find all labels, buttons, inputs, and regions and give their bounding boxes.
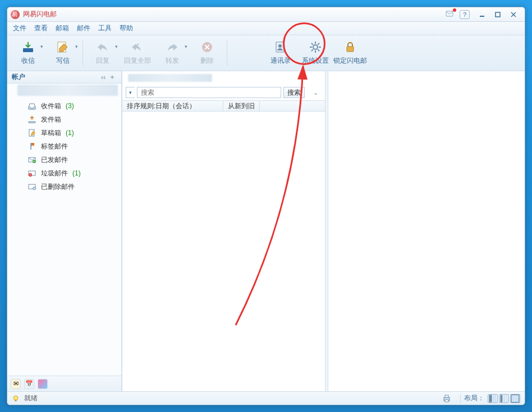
- help-button[interactable]: ?: [460, 10, 470, 19]
- svg-point-33: [13, 396, 18, 400]
- sidebar-mail-icon[interactable]: ✉: [11, 379, 21, 389]
- lock-button[interactable]: 锁定闪电邮: [333, 37, 368, 70]
- sort-row[interactable]: 排序规则:日期（会话） 从新到旧: [122, 100, 325, 112]
- main-wrap: ▾ 搜索 ⌄ 排序规则:日期（会话） 从新到旧: [122, 71, 525, 391]
- svg-line-17: [311, 43, 313, 45]
- sort-order[interactable]: 从新到旧: [223, 101, 260, 111]
- folder-trash[interactable]: 已删除邮件: [7, 180, 121, 193]
- svg-rect-38: [489, 395, 492, 402]
- compose-icon: [56, 40, 70, 54]
- mail-list-panel: ▾ 搜索 ⌄ 排序规则:日期（会话） 从新到旧: [122, 71, 325, 391]
- app-icon: [11, 10, 20, 19]
- svg-rect-2: [496, 12, 500, 17]
- search-button[interactable]: 搜索: [283, 87, 305, 98]
- inbox-icon: [27, 101, 36, 110]
- reply-button[interactable]: 回复▾: [85, 37, 120, 70]
- receive-icon: [21, 40, 35, 54]
- settings-button[interactable]: 系统设置: [298, 37, 333, 70]
- search-expand[interactable]: ⌄: [310, 87, 320, 98]
- close-button[interactable]: [506, 10, 521, 20]
- svg-rect-37: [445, 400, 448, 402]
- app-title: 网易闪电邮: [23, 10, 57, 19]
- menu-mail[interactable]: 邮件: [77, 24, 90, 33]
- sidebar-bottom: ✉ 📅: [7, 376, 121, 391]
- menu-mailbox[interactable]: 邮箱: [56, 24, 69, 33]
- menu-view[interactable]: 查看: [34, 24, 48, 33]
- svg-point-12: [313, 45, 318, 49]
- bulb-icon: [12, 395, 20, 402]
- svg-rect-40: [500, 395, 502, 402]
- body: 帐户 ‹‹ + 收件箱 (3) 发件箱 草稿箱 (1: [7, 71, 525, 391]
- folder-spam[interactable]: 垃圾邮件 (1): [7, 166, 121, 180]
- layout-label: 布局：: [464, 394, 484, 403]
- layout-btn-1[interactable]: [488, 394, 498, 403]
- contacts-icon: [274, 40, 287, 54]
- tag-icon: [27, 142, 36, 151]
- lock-icon: [343, 40, 357, 54]
- draft-icon: [27, 128, 36, 137]
- minimize-button[interactable]: [474, 10, 490, 20]
- svg-rect-21: [347, 47, 354, 52]
- contacts-button[interactable]: 通讯录: [263, 37, 298, 70]
- menu-bar: 文件 查看 邮箱 邮件 工具 帮助: [7, 22, 525, 35]
- folder-inbox[interactable]: 收件箱 (3): [7, 99, 121, 113]
- sidebar-prev[interactable]: ‹‹: [99, 73, 108, 81]
- list-header: [122, 71, 325, 85]
- sidebar: 帐户 ‹‹ + 收件箱 (3) 发件箱 草稿箱 (1: [7, 71, 122, 391]
- reply-all-button[interactable]: 回复全部: [120, 37, 155, 70]
- search-input[interactable]: [137, 87, 281, 98]
- sidebar-add[interactable]: +: [108, 73, 117, 81]
- sidebar-calendar-icon[interactable]: 📅: [24, 379, 34, 389]
- search-scope-dropdown[interactable]: ▾: [126, 87, 135, 98]
- app-window: 网易闪电邮 ? 文件 查看 邮箱 邮件 工具 帮助 收信▾ 写信▾ 回复▾: [7, 7, 525, 405]
- svg-rect-34: [15, 400, 17, 401]
- folder-sent[interactable]: 已发邮件: [7, 153, 121, 166]
- svg-point-11: [278, 44, 282, 48]
- delete-button[interactable]: 删除: [190, 37, 224, 70]
- reply-all-icon: [131, 40, 144, 54]
- title-bar: 网易闪电邮 ?: [7, 7, 525, 22]
- print-icon[interactable]: [442, 394, 451, 403]
- svg-rect-39: [493, 395, 497, 402]
- search-row: ▾ 搜索 ⌄: [122, 85, 325, 100]
- status-bar: 就绪 布局：: [7, 391, 525, 405]
- svg-rect-42: [506, 395, 508, 402]
- mail-list[interactable]: [122, 112, 325, 391]
- forward-button[interactable]: 转发▾: [155, 37, 190, 70]
- svg-rect-36: [445, 395, 448, 397]
- menu-tools[interactable]: 工具: [98, 24, 112, 33]
- svg-rect-5: [23, 48, 33, 52]
- notification-icon[interactable]: [445, 10, 457, 20]
- sent-icon: [27, 155, 36, 164]
- reply-icon: [96, 40, 109, 54]
- receive-button[interactable]: 收信▾: [11, 37, 45, 70]
- svg-rect-43: [511, 395, 519, 402]
- compose-button[interactable]: 写信▾: [45, 37, 80, 70]
- sort-rule[interactable]: 排序规则:日期（会话）: [122, 101, 223, 111]
- trash-icon: [27, 182, 36, 191]
- menu-help[interactable]: 帮助: [120, 24, 133, 33]
- layout-btn-3[interactable]: [510, 394, 520, 403]
- gear-icon: [309, 40, 322, 54]
- svg-line-19: [311, 49, 313, 51]
- forward-icon: [166, 40, 179, 54]
- account-name-redacted[interactable]: [17, 85, 118, 96]
- layout-btn-2[interactable]: [499, 394, 509, 403]
- preview-pane: [328, 71, 525, 391]
- spam-icon: [27, 169, 36, 178]
- svg-rect-41: [503, 395, 506, 402]
- folder-outbox[interactable]: 发件箱: [7, 113, 121, 126]
- maximize-button[interactable]: [490, 10, 506, 20]
- folder-drafts[interactable]: 草稿箱 (1): [7, 126, 121, 140]
- svg-rect-23: [30, 143, 31, 150]
- outbox-icon: [27, 115, 36, 124]
- menu-file[interactable]: 文件: [13, 24, 26, 33]
- sidebar-apps-icon[interactable]: [38, 379, 48, 389]
- folder-list: 收件箱 (3) 发件箱 草稿箱 (1) 标签邮件: [7, 97, 121, 376]
- folder-tagged[interactable]: 标签邮件: [7, 140, 121, 153]
- svg-line-20: [318, 43, 319, 45]
- account-header: 帐户 ‹‹ +: [7, 71, 121, 84]
- toolbar: 收信▾ 写信▾ 回复▾ 回复全部 转发▾ 删除 通讯录: [7, 35, 525, 71]
- list-header-redacted: [128, 74, 212, 82]
- status-text: 就绪: [24, 394, 38, 403]
